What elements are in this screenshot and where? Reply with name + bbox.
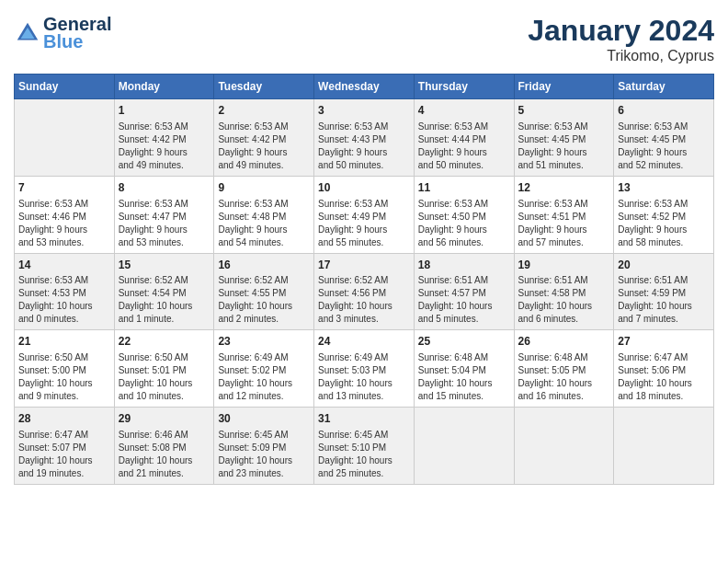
header-thursday: Thursday — [414, 75, 514, 99]
day-info: Sunrise: 6:53 AM Sunset: 4:50 PM Dayligh… — [418, 198, 510, 249]
day-number: 17 — [318, 258, 410, 273]
logo-icon — [14, 19, 41, 47]
header-tuesday: Tuesday — [214, 75, 314, 99]
day-number: 25 — [418, 334, 510, 350]
calendar-week-row: 28Sunrise: 6:47 AM Sunset: 5:07 PM Dayli… — [15, 408, 714, 485]
day-number: 11 — [418, 180, 510, 196]
table-row: 9Sunrise: 6:53 AM Sunset: 4:48 PM Daylig… — [214, 176, 314, 253]
day-info: Sunrise: 6:45 AM Sunset: 5:09 PM Dayligh… — [218, 429, 310, 480]
header-monday: Monday — [114, 75, 214, 99]
day-number: 19 — [518, 258, 610, 273]
month-title: January 2024 — [528, 14, 714, 48]
day-info: Sunrise: 6:53 AM Sunset: 4:44 PM Dayligh… — [418, 121, 510, 172]
day-number: 18 — [418, 258, 510, 273]
logo-text: General Blue — [43, 14, 111, 52]
header-friday: Friday — [514, 75, 614, 99]
header-wednesday: Wednesday — [314, 75, 415, 99]
day-info: Sunrise: 6:53 AM Sunset: 4:45 PM Dayligh… — [518, 121, 610, 172]
day-info: Sunrise: 6:53 AM Sunset: 4:49 PM Dayligh… — [318, 198, 410, 249]
day-number: 5 — [518, 103, 610, 119]
calendar-week-row: 1Sunrise: 6:53 AM Sunset: 4:42 PM Daylig… — [15, 99, 714, 177]
day-number: 24 — [318, 334, 410, 350]
table-row — [614, 408, 714, 485]
day-number: 6 — [618, 103, 710, 119]
day-number: 4 — [418, 103, 510, 119]
day-number: 21 — [18, 334, 110, 350]
table-row: 13Sunrise: 6:53 AM Sunset: 4:52 PM Dayli… — [614, 176, 714, 253]
day-info: Sunrise: 6:53 AM Sunset: 4:52 PM Dayligh… — [618, 198, 710, 249]
day-number: 3 — [318, 103, 410, 119]
day-info: Sunrise: 6:53 AM Sunset: 4:42 PM Dayligh… — [119, 121, 210, 172]
day-number: 28 — [18, 411, 110, 427]
day-info: Sunrise: 6:48 AM Sunset: 5:04 PM Dayligh… — [418, 351, 510, 403]
calendar-week-row: 7Sunrise: 6:53 AM Sunset: 4:46 PM Daylig… — [15, 176, 714, 253]
table-row: 29Sunrise: 6:46 AM Sunset: 5:08 PM Dayli… — [114, 408, 214, 485]
table-row: 28Sunrise: 6:47 AM Sunset: 5:07 PM Dayli… — [15, 408, 115, 485]
table-row: 30Sunrise: 6:45 AM Sunset: 5:09 PM Dayli… — [214, 408, 314, 485]
table-row: 25Sunrise: 6:48 AM Sunset: 5:04 PM Dayli… — [414, 330, 514, 408]
location: Trikomo, Cyprus — [528, 48, 714, 64]
table-row: 19Sunrise: 6:51 AM Sunset: 4:58 PM Dayli… — [514, 253, 614, 330]
day-number: 20 — [618, 258, 710, 273]
day-info: Sunrise: 6:53 AM Sunset: 4:45 PM Dayligh… — [618, 121, 710, 172]
table-row: 26Sunrise: 6:48 AM Sunset: 5:05 PM Dayli… — [514, 330, 614, 408]
day-info: Sunrise: 6:52 AM Sunset: 4:54 PM Dayligh… — [119, 274, 210, 326]
day-number: 7 — [18, 180, 110, 196]
day-number: 2 — [218, 103, 310, 119]
day-info: Sunrise: 6:53 AM Sunset: 4:48 PM Dayligh… — [218, 198, 310, 249]
calendar-week-row: 14Sunrise: 6:53 AM Sunset: 4:53 PM Dayli… — [15, 253, 714, 330]
day-info: Sunrise: 6:53 AM Sunset: 4:42 PM Dayligh… — [218, 121, 310, 172]
table-row: 27Sunrise: 6:47 AM Sunset: 5:06 PM Dayli… — [614, 330, 714, 408]
day-info: Sunrise: 6:53 AM Sunset: 4:43 PM Dayligh… — [318, 121, 410, 172]
day-info: Sunrise: 6:48 AM Sunset: 5:05 PM Dayligh… — [518, 351, 610, 403]
title-block: January 2024 Trikomo, Cyprus — [528, 14, 714, 64]
day-info: Sunrise: 6:53 AM Sunset: 4:47 PM Dayligh… — [119, 198, 210, 249]
day-info: Sunrise: 6:49 AM Sunset: 5:02 PM Dayligh… — [218, 351, 310, 403]
table-row: 20Sunrise: 6:51 AM Sunset: 4:59 PM Dayli… — [614, 253, 714, 330]
day-number: 10 — [318, 180, 410, 196]
table-row: 24Sunrise: 6:49 AM Sunset: 5:03 PM Dayli… — [314, 330, 415, 408]
day-number: 22 — [119, 334, 210, 350]
day-number: 30 — [218, 411, 310, 427]
table-row: 11Sunrise: 6:53 AM Sunset: 4:50 PM Dayli… — [414, 176, 514, 253]
table-row: 15Sunrise: 6:52 AM Sunset: 4:54 PM Dayli… — [114, 253, 214, 330]
day-number: 13 — [618, 180, 710, 196]
table-row: 4Sunrise: 6:53 AM Sunset: 4:44 PM Daylig… — [414, 99, 514, 177]
day-info: Sunrise: 6:47 AM Sunset: 5:07 PM Dayligh… — [18, 429, 110, 480]
day-info: Sunrise: 6:45 AM Sunset: 5:10 PM Dayligh… — [318, 429, 410, 480]
day-number: 14 — [18, 258, 110, 273]
day-info: Sunrise: 6:52 AM Sunset: 4:55 PM Dayligh… — [218, 274, 310, 326]
weekday-header-row: Sunday Monday Tuesday Wednesday Thursday… — [15, 75, 714, 99]
calendar-week-row: 21Sunrise: 6:50 AM Sunset: 5:00 PM Dayli… — [15, 330, 714, 408]
day-info: Sunrise: 6:50 AM Sunset: 5:01 PM Dayligh… — [119, 351, 210, 403]
logo: General Blue — [14, 14, 111, 52]
table-row: 16Sunrise: 6:52 AM Sunset: 4:55 PM Dayli… — [214, 253, 314, 330]
day-number: 15 — [119, 258, 210, 273]
day-info: Sunrise: 6:53 AM Sunset: 4:46 PM Dayligh… — [18, 198, 110, 249]
table-row: 6Sunrise: 6:53 AM Sunset: 4:45 PM Daylig… — [614, 99, 714, 177]
day-number: 23 — [218, 334, 310, 350]
calendar-table: Sunday Monday Tuesday Wednesday Thursday… — [14, 74, 714, 485]
day-number: 16 — [218, 258, 310, 273]
day-number: 12 — [518, 180, 610, 196]
header: General Blue January 2024 Trikomo, Cypru… — [14, 14, 714, 64]
day-info: Sunrise: 6:53 AM Sunset: 4:53 PM Dayligh… — [18, 274, 110, 326]
table-row: 7Sunrise: 6:53 AM Sunset: 4:46 PM Daylig… — [15, 176, 115, 253]
table-row — [514, 408, 614, 485]
day-number: 27 — [618, 334, 710, 350]
day-info: Sunrise: 6:51 AM Sunset: 4:57 PM Dayligh… — [418, 274, 510, 326]
day-info: Sunrise: 6:49 AM Sunset: 5:03 PM Dayligh… — [318, 351, 410, 403]
table-row: 23Sunrise: 6:49 AM Sunset: 5:02 PM Dayli… — [214, 330, 314, 408]
day-info: Sunrise: 6:51 AM Sunset: 4:59 PM Dayligh… — [618, 274, 710, 326]
day-info: Sunrise: 6:50 AM Sunset: 5:00 PM Dayligh… — [18, 351, 110, 403]
table-row: 22Sunrise: 6:50 AM Sunset: 5:01 PM Dayli… — [114, 330, 214, 408]
table-row: 14Sunrise: 6:53 AM Sunset: 4:53 PM Dayli… — [15, 253, 115, 330]
day-number: 29 — [119, 411, 210, 427]
table-row: 31Sunrise: 6:45 AM Sunset: 5:10 PM Dayli… — [314, 408, 415, 485]
header-sunday: Sunday — [15, 75, 115, 99]
page-container: General Blue January 2024 Trikomo, Cypru… — [0, 0, 728, 494]
day-info: Sunrise: 6:53 AM Sunset: 4:51 PM Dayligh… — [518, 198, 610, 249]
table-row — [414, 408, 514, 485]
table-row: 5Sunrise: 6:53 AM Sunset: 4:45 PM Daylig… — [514, 99, 614, 177]
day-number: 9 — [218, 180, 310, 196]
